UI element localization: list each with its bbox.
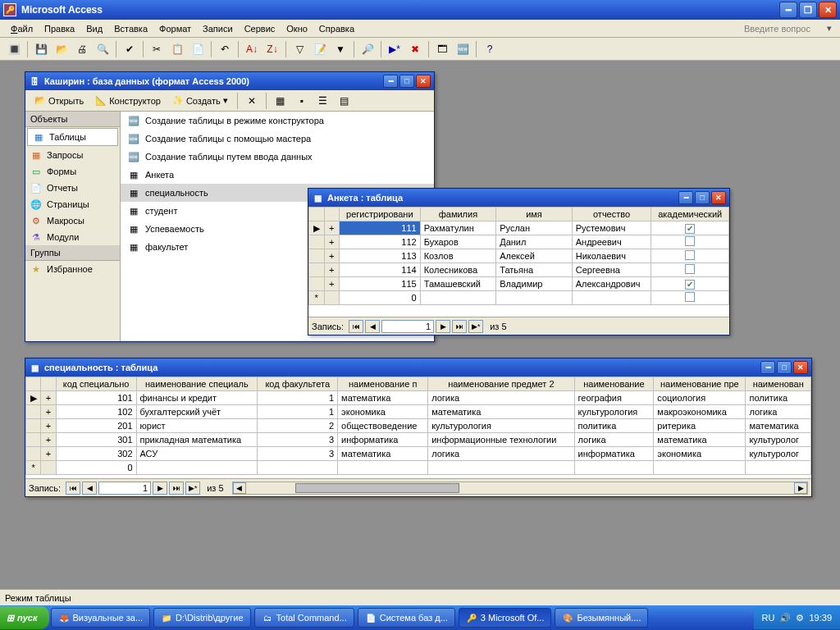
help-button[interactable]: ? <box>481 40 499 58</box>
spec-maximize-button[interactable]: □ <box>777 361 792 374</box>
col-header[interactable]: код факультета <box>258 377 338 391</box>
col-header[interactable]: код специально <box>56 377 136 391</box>
minimize-button[interactable]: ━ <box>779 2 797 18</box>
maximize-button[interactable]: ❐ <box>799 2 817 18</box>
expand-icon[interactable]: + <box>324 277 340 291</box>
undo-button[interactable]: ↶ <box>216 40 234 58</box>
table-row[interactable]: +201юрист2обществоведениекультурологияпо… <box>26 419 811 433</box>
spec-titlebar[interactable]: ▦ специальность : таблица ━ □ ✕ <box>25 358 811 377</box>
expand-icon[interactable]: + <box>324 263 340 277</box>
table-row[interactable]: +113КозловАлексейНиколаевич <box>309 249 729 263</box>
col-header[interactable]: имя <box>496 208 573 221</box>
first-record-button[interactable]: ⏮ <box>349 320 363 333</box>
view-list-icon[interactable]: ☰ <box>314 92 332 110</box>
checkbox-icon[interactable] <box>685 292 695 302</box>
view-large-icon[interactable]: ▦ <box>272 92 290 110</box>
col-header[interactable]: фамилия <box>420 208 496 221</box>
row-selector[interactable]: ▶ <box>26 391 41 405</box>
preview-button[interactable]: 🔍 <box>94 40 112 58</box>
save-button[interactable]: 💾 <box>32 40 50 58</box>
list-item[interactable]: 🆕Создание таблицы с помощью мастера <box>121 130 434 148</box>
checkbox-icon[interactable] <box>685 264 695 274</box>
table-row[interactable]: ▶+101финансы и кредит1математикалогикаге… <box>26 391 811 405</box>
start-button[interactable]: ⊞ пуск <box>0 606 49 629</box>
menu-window[interactable]: Окно <box>281 22 313 35</box>
open-button[interactable]: 📂 <box>52 40 71 58</box>
list-item[interactable]: 🆕Создание таблицы путем ввода данных <box>121 148 434 166</box>
expand-icon[interactable]: + <box>324 221 340 235</box>
spec-minimize-button[interactable]: ━ <box>760 361 775 374</box>
new-row[interactable]: *0 <box>26 461 811 475</box>
menu-help[interactable]: Справка <box>313 22 360 35</box>
cut-button[interactable]: ✂ <box>148 40 166 58</box>
col-header[interactable]: отчество <box>572 208 651 221</box>
record-number-input[interactable] <box>381 320 434 333</box>
expand-icon[interactable]: + <box>324 235 340 249</box>
new-row[interactable]: *0 <box>309 291 729 305</box>
list-item[interactable]: ▦Анкета <box>121 166 434 184</box>
taskbar-item[interactable]: 🗂Total Command... <box>254 608 354 628</box>
sidebar-item-forms[interactable]: ▭Формы <box>25 163 120 180</box>
last-record-button[interactable]: ⏭ <box>169 482 184 495</box>
print-button[interactable]: 🖨 <box>73 40 91 58</box>
sidebar-item-modules[interactable]: ⚗Модули <box>25 229 120 245</box>
newobj-button[interactable]: 🆕 <box>454 40 472 58</box>
tray-icon[interactable]: 🔊 <box>779 613 791 623</box>
menu-records[interactable]: Записи <box>197 22 239 35</box>
next-record-button[interactable]: ▶ <box>436 320 450 333</box>
clock[interactable]: 19:39 <box>809 613 832 623</box>
scroll-left-icon[interactable]: ◀ <box>233 482 246 494</box>
delrec-button[interactable]: ✖ <box>406 40 424 58</box>
scroll-right-icon[interactable]: ▶ <box>794 482 807 494</box>
record-number-input[interactable] <box>98 482 151 495</box>
filter-sel-button[interactable]: ▽ <box>290 40 308 58</box>
checkbox-icon[interactable]: ✔ <box>685 224 695 234</box>
anketa-minimize-button[interactable]: ━ <box>678 191 693 204</box>
taskbar-item[interactable]: 📁D:\Distrib\другие <box>153 608 250 628</box>
table-row[interactable]: +114КолесниковаТатьянаСергеевна <box>309 263 729 277</box>
table-row[interactable]: ▶+111РахматулинРусланРустемович✔ <box>309 221 729 235</box>
filter-form-button[interactable]: 📝 <box>311 40 329 58</box>
db-close-button[interactable]: ✕ <box>416 75 431 88</box>
question-dropdown-icon[interactable]: ▾ <box>827 23 835 34</box>
sidebar-item-macros[interactable]: ⚙Макросы <box>25 212 120 229</box>
menu-insert[interactable]: Вставка <box>108 22 153 35</box>
col-header[interactable]: регистрировани <box>340 208 421 221</box>
dbwin-button[interactable]: 🗔 <box>433 40 451 58</box>
row-selector[interactable]: ▶ <box>309 221 325 235</box>
copy-button[interactable]: 📋 <box>168 40 186 58</box>
sidebar-item-tables[interactable]: ▦Таблицы <box>27 128 118 146</box>
anketa-maximize-button[interactable]: □ <box>695 191 710 204</box>
anketa-grid[interactable]: регистрировани фамилия имя отчество акад… <box>308 207 729 317</box>
sidebar-item-reports[interactable]: 📄Отчеты <box>25 180 120 196</box>
paste-button[interactable]: 📄 <box>189 40 207 58</box>
horizontal-scrollbar[interactable]: ◀ ▶ <box>232 482 808 495</box>
sort-asc-button[interactable]: A↓ <box>243 40 261 58</box>
table-row[interactable]: +102бухгалтерский учёт1экономикаматемати… <box>26 405 811 419</box>
view-small-icon[interactable]: ▪ <box>293 92 311 110</box>
col-header[interactable]: наименование <box>574 377 654 391</box>
scroll-thumb[interactable] <box>295 483 459 493</box>
expand-icon[interactable]: + <box>41 391 56 405</box>
prev-record-button[interactable]: ◀ <box>82 482 97 495</box>
col-header[interactable]: наименование пре <box>654 377 746 391</box>
close-button[interactable]: ✕ <box>819 2 837 18</box>
db-open-button[interactable]: 📂Открыть <box>30 94 88 108</box>
taskbar-item[interactable]: 🎨Безымянный.... <box>555 608 648 628</box>
new-record-button[interactable]: ▶* <box>468 320 483 333</box>
menu-service[interactable]: Сервис <box>239 22 281 35</box>
db-delete-button[interactable]: ✕ <box>243 92 261 110</box>
sidebar-item-queries[interactable]: ▦Запросы <box>25 147 120 163</box>
sidebar-item-favorites[interactable]: ★Избранное <box>25 261 120 277</box>
menu-format[interactable]: Формат <box>153 22 197 35</box>
col-header[interactable]: наименование специаль <box>136 377 258 391</box>
taskbar-item[interactable]: 🦊Визуальные за... <box>51 608 151 628</box>
checkbox-icon[interactable]: ✔ <box>685 280 695 290</box>
table-row[interactable]: +302АСУ3математикалогикаинформатикаэконо… <box>26 447 811 461</box>
menu-file[interactable]: Файл <box>5 22 39 35</box>
help-question-box[interactable]: Введите вопрос <box>744 24 827 34</box>
anketa-close-button[interactable]: ✕ <box>711 191 726 204</box>
db-create-button[interactable]: ✨Создать ▾ <box>168 94 232 108</box>
sort-desc-button[interactable]: Z↓ <box>263 40 281 58</box>
taskbar-item[interactable]: 📄Система баз д... <box>358 608 455 628</box>
